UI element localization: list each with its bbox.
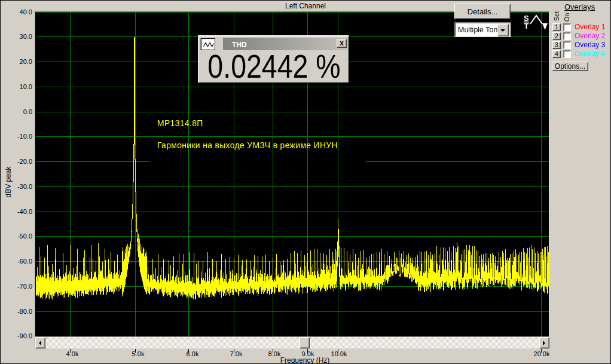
y-tick-label: 0.0 (2, 108, 32, 115)
overlay-row: 2Overlay 2 (552, 32, 611, 41)
scroll-right-button[interactable] (539, 337, 549, 348)
y-tick-label: -80.0 (2, 308, 32, 315)
overlay-label: Overlay 2 (575, 32, 605, 40)
signal-type-combo[interactable]: Multiple Ton (454, 22, 511, 37)
overlay-set-button[interactable]: 2 (552, 32, 561, 40)
x-tick-mark (135, 349, 136, 353)
overlay-on-checkbox[interactable] (563, 23, 571, 31)
combo-dropdown-button[interactable] (497, 24, 509, 36)
y-tick-label: 30.0 (2, 33, 32, 40)
overlay-on-checkbox[interactable] (563, 50, 571, 58)
overlays-heading: Overlays (564, 2, 595, 11)
plot-title: Left Channel (0, 2, 611, 10)
y-tick-label: 40.0 (2, 8, 32, 16)
overlay-set-button[interactable]: 3 (552, 41, 561, 49)
y-tick-label: -50.0 (2, 233, 32, 240)
overlay-set-button[interactable]: 4 (552, 50, 561, 58)
y-tick-label: -30.0 (2, 183, 32, 190)
details-button[interactable]: Details... (454, 4, 511, 19)
overlay-on-checkbox[interactable] (563, 32, 571, 40)
y-tick-label: -90.0 (2, 332, 32, 339)
y-tick-label: 20.0 (2, 58, 32, 65)
x-tick-mark (338, 349, 338, 353)
y-tick-label: 10.0 (2, 83, 32, 90)
signal-type-icon: S T (523, 14, 549, 30)
horizontal-scrollbar[interactable] (35, 337, 549, 348)
overlay-label: Overlay 1 (575, 23, 605, 31)
x-tick-mark (188, 349, 189, 353)
overlay-row: 3Overlay 3 (552, 41, 611, 50)
scrollbar-thumb[interactable] (300, 337, 310, 348)
signal-type-combo-value: Multiple Ton (458, 26, 497, 34)
y-tick-label: -60.0 (2, 258, 32, 265)
thd-dialog: THD x 0.02442 % (198, 35, 349, 83)
overlay-row: 1Overlay 1 (552, 23, 611, 32)
y-tick-label: -40.0 (2, 208, 32, 215)
overlays-col-on: On (563, 12, 570, 23)
x-tick-mark (70, 349, 71, 353)
overlay-on-checkbox[interactable] (563, 41, 571, 49)
x-tick-mark (307, 349, 308, 353)
y-tick-label: -20.0 (2, 158, 32, 165)
x-tick-mark (273, 349, 273, 353)
x-tick-mark (234, 349, 234, 353)
x-axis-label: Frequency (Hz) (0, 356, 610, 364)
scroll-left-arrow-icon (39, 341, 41, 345)
overlay-set-button[interactable]: 1 (552, 23, 561, 31)
annotation-line1: МР1314.8П (157, 118, 203, 128)
overlays-col-set: Set (553, 10, 560, 23)
scroll-left-button[interactable] (35, 337, 45, 348)
overlay-label: Overlay 3 (575, 41, 605, 49)
overlay-row: 4Overlay 4 (552, 50, 611, 59)
y-tick-label: -70.0 (2, 283, 32, 290)
overlay-label: Overlay 4 (575, 50, 605, 58)
scroll-right-arrow-icon (543, 341, 545, 345)
svg-text:T: T (524, 22, 529, 30)
annotation-line2: Гармоники на выходе УМЗЧ в режиме ИНУН (157, 140, 338, 150)
x-tick-mark (541, 349, 542, 353)
overlay-options-button[interactable]: Options... (552, 62, 588, 71)
y-tick-label: -10.0 (2, 133, 32, 140)
chevron-down-icon (500, 29, 505, 32)
thd-value: 0.02442 % (212, 51, 337, 80)
